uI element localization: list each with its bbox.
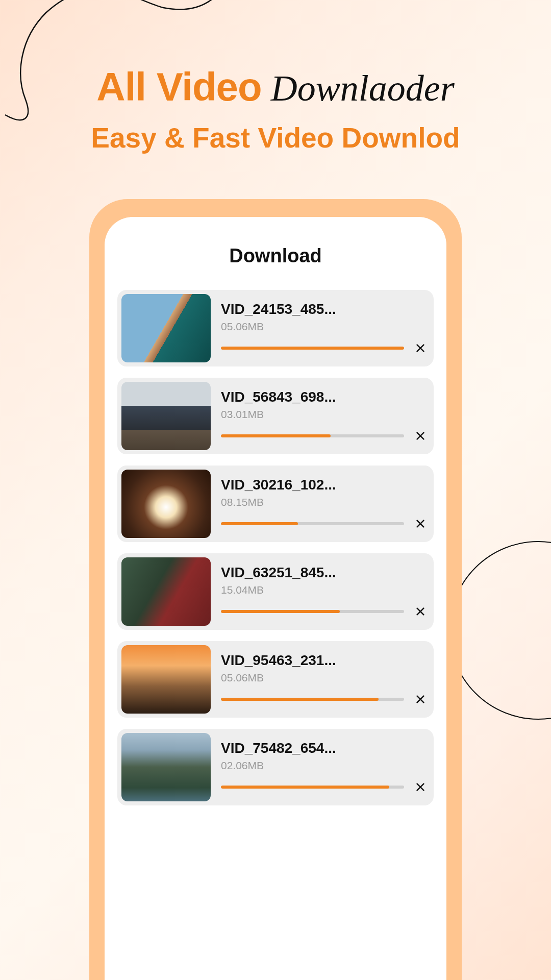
progress-fill <box>221 786 389 789</box>
file-size: 08.15MB <box>221 496 428 508</box>
cancel-download-button[interactable] <box>413 604 428 619</box>
download-item: VID_63251_845... 15.04MB <box>117 553 434 630</box>
file-size: 02.06MB <box>221 760 428 772</box>
download-info: VID_24153_485... 05.06MB <box>221 301 430 355</box>
close-icon <box>415 430 426 442</box>
download-item: VID_56843_698... 03.01MB <box>117 378 434 454</box>
download-info: VID_75482_654... 02.06MB <box>221 740 430 794</box>
file-name: VID_24153_485... <box>221 301 428 317</box>
phone-screen: Download VID_24153_485... 05.06MB VID_56… <box>105 217 446 980</box>
progress-bar <box>221 347 404 350</box>
file-name: VID_75482_654... <box>221 740 428 756</box>
file-name: VID_56843_698... <box>221 389 428 405</box>
progress-bar <box>221 610 404 613</box>
download-item: VID_95463_231... 05.06MB <box>117 641 434 718</box>
close-icon <box>415 694 426 705</box>
hero-subtitle: Easy & Fast Video Downlod <box>0 121 551 154</box>
video-thumbnail[interactable] <box>121 470 211 538</box>
cancel-download-button[interactable] <box>413 517 428 531</box>
download-info: VID_63251_845... 15.04MB <box>221 565 430 619</box>
file-name: VID_63251_845... <box>221 565 428 581</box>
video-thumbnail[interactable] <box>121 557 211 626</box>
download-info: VID_56843_698... 03.01MB <box>221 389 430 443</box>
cancel-download-button[interactable] <box>413 692 428 706</box>
decorative-circle-icon <box>449 541 551 720</box>
close-icon <box>415 781 426 793</box>
download-item: VID_30216_102... 08.15MB <box>117 465 434 542</box>
progress-fill <box>221 347 404 350</box>
video-thumbnail[interactable] <box>121 382 211 450</box>
file-size: 05.06MB <box>221 672 428 684</box>
video-thumbnail[interactable] <box>121 294 211 362</box>
close-icon <box>415 606 426 617</box>
file-size: 03.01MB <box>221 408 428 421</box>
hero-header: All Video Downlaoder Easy & Fast Video D… <box>0 0 551 154</box>
progress-fill <box>221 610 340 613</box>
progress-bar <box>221 434 404 437</box>
progress-fill <box>221 522 298 525</box>
phone-frame: Download VID_24153_485... 05.06MB VID_56… <box>89 199 462 980</box>
cancel-download-button[interactable] <box>413 780 428 794</box>
close-icon <box>415 342 426 354</box>
download-info: VID_95463_231... 05.06MB <box>221 652 430 706</box>
download-info: VID_30216_102... 08.15MB <box>221 477 430 531</box>
download-item: VID_24153_485... 05.06MB <box>117 290 434 366</box>
close-icon <box>415 518 426 529</box>
progress-bar <box>221 698 404 701</box>
cancel-download-button[interactable] <box>413 429 428 443</box>
download-list: VID_24153_485... 05.06MB VID_56843_698..… <box>117 290 434 805</box>
progress-fill <box>221 698 379 701</box>
video-thumbnail[interactable] <box>121 645 211 714</box>
file-name: VID_95463_231... <box>221 652 428 669</box>
page-title: Download <box>117 245 434 267</box>
cancel-download-button[interactable] <box>413 341 428 355</box>
file-size: 05.06MB <box>221 321 428 333</box>
hero-title-script: Downlaoder <box>271 67 455 110</box>
progress-bar <box>221 522 404 525</box>
hero-title-main: All Video <box>96 64 261 110</box>
file-name: VID_30216_102... <box>221 477 428 493</box>
progress-fill <box>221 434 331 437</box>
video-thumbnail[interactable] <box>121 733 211 801</box>
download-item: VID_75482_654... 02.06MB <box>117 729 434 805</box>
progress-bar <box>221 786 404 789</box>
file-size: 15.04MB <box>221 584 428 596</box>
